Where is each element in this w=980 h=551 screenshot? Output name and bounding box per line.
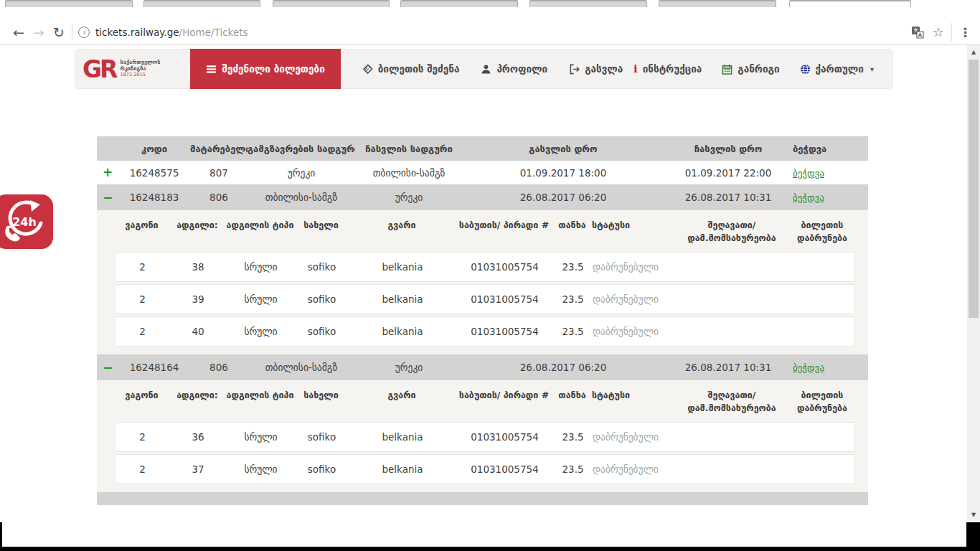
scroll-down-icon[interactable]: ▼ — [967, 509, 980, 521]
amount: 23.5 — [553, 326, 593, 337]
nav-label: განრიგი — [738, 63, 779, 75]
address-bar[interactable]: tickets.railway.ge/Home/Tickets — [95, 27, 248, 38]
col-discount: შეღავათი/ დამ.მომსახურეობა — [674, 389, 789, 415]
seat-type: სრული — [227, 261, 295, 273]
tickets-table-header: კოდი მატარებელი გამგზავრების სადგური ჩას… — [97, 136, 868, 161]
browser-tab[interactable] — [273, 0, 390, 7]
col-print: ბეჭდვა — [793, 143, 868, 154]
browser-tab-active[interactable] — [789, 0, 911, 7]
document-number: 01031005754 — [456, 261, 553, 273]
logout-icon — [569, 64, 580, 75]
url-host: tickets.railway.ge — [95, 27, 179, 38]
nav-schedule[interactable]: განრიგი — [722, 63, 779, 75]
nav-logout[interactable]: გასვლა — [569, 63, 623, 75]
nav-language[interactable]: ქართული ▾ — [800, 63, 874, 75]
toolbar-divider — [72, 24, 72, 40]
browser-tab-strip — [0, 0, 980, 19]
col-discount: შეღავათი/ დამ.მომსახურეობა — [674, 219, 789, 245]
seat-type: სრული — [227, 293, 295, 305]
scroll-up-icon[interactable]: ▲ — [967, 47, 980, 58]
nav-buy-ticket[interactable]: ბილეთის შეძენა — [362, 63, 460, 75]
print-link[interactable]: ბეჭდვა — [793, 362, 824, 373]
window-edge-right — [966, 522, 980, 551]
passenger-surname: belkania — [349, 261, 456, 273]
browser-tab[interactable] — [143, 0, 260, 7]
print-link[interactable]: ბეჭდვა — [793, 192, 824, 203]
ticket-departure: 26.08.2017 06:20 — [463, 362, 664, 373]
vertical-scrollbar[interactable]: ▲ ▼ — [967, 45, 980, 522]
seat-wagon: 2 — [116, 293, 169, 305]
seat-wagon: 2 — [116, 261, 169, 273]
document-number: 01031005754 — [456, 431, 553, 443]
document-number: 01031005754 — [456, 326, 553, 337]
nav-label: ქართული — [816, 63, 864, 75]
railway-logo[interactable]: GR საქართველოს რკინიგზა 1872-2015 — [83, 57, 160, 81]
col-refund: ბილეთის დაბრუნება — [789, 219, 855, 245]
nav-purchased-tickets[interactable]: შეძენილი ბილეთები — [190, 49, 340, 89]
browser-tab[interactable] — [529, 0, 647, 7]
collapse-icon[interactable]: − — [103, 192, 113, 204]
scrollbar-thumb[interactable] — [969, 60, 979, 318]
col-wagon: ვაგონი — [115, 219, 169, 232]
passenger-name: sofiko — [295, 463, 349, 475]
translate-icon[interactable] — [911, 26, 924, 39]
nav-label: გასვლა — [585, 63, 623, 75]
ticket-to: თბილისი-სამგზ — [355, 167, 463, 179]
seat-type: სრული — [227, 326, 295, 337]
nav-instruction[interactable]: i ინსტრუქცია — [633, 62, 702, 75]
seat-table-header: ვაგონი ადგილი: ადგილის ტიპი სახელი გვარი… — [115, 389, 855, 422]
col-status: სტატუსი — [592, 389, 674, 402]
browser-tab[interactable] — [400, 0, 518, 7]
ticket-icon — [362, 64, 373, 75]
refresh-icon[interactable]: ↻ — [49, 24, 69, 40]
ticket-to: ურეკი — [355, 192, 463, 203]
col-train: მატარებელი — [190, 143, 248, 154]
window-edge-left — [0, 522, 2, 547]
col-seat: ადგილი: — [169, 219, 226, 232]
col-refund: ბილეთის დაბრუნება — [789, 389, 855, 415]
collapse-icon[interactable]: − — [103, 362, 113, 374]
browser-tab[interactable] — [659, 0, 776, 7]
forward-icon[interactable]: → — [29, 24, 49, 40]
seat-number: 40 — [169, 326, 227, 337]
amount: 23.5 — [553, 431, 593, 443]
bookmark-star-icon[interactable]: ☆ — [933, 24, 944, 39]
ticket-code: 16248183 — [118, 192, 190, 203]
back-icon[interactable]: ← — [9, 24, 29, 40]
seat-row: 2 37 სრული sofiko belkania 01031005754 2… — [115, 454, 855, 484]
col-seat: ადგილი: — [169, 389, 226, 402]
seat-table-header: ვაგონი ადგილი: ადგილის ტიპი სახელი გვარი… — [115, 219, 855, 252]
seat-wagon: 2 — [116, 431, 169, 443]
ticket-departure: 26.08.2017 06:20 — [463, 192, 664, 203]
ticket-row-expanded: − 16248183 806 თბილისი-სამგზ ურეკი 26.08… — [97, 184, 868, 210]
ticket-code: 16248575 — [118, 167, 190, 179]
info-icon: i — [633, 62, 638, 75]
logo-years: 1872-2015 — [121, 72, 161, 77]
col-surname: გვარი — [348, 219, 456, 232]
print-link[interactable]: ბეჭდვა — [793, 168, 824, 179]
nav-label: შეძენილი ბილეთები — [222, 63, 324, 75]
calendar-icon — [722, 64, 732, 75]
page-info-icon[interactable]: i — [78, 27, 90, 38]
passenger-name: sofiko — [295, 431, 349, 443]
status-label: დაბრუნებული — [593, 463, 675, 475]
browser-menu-icon[interactable]: ⋮ — [959, 25, 971, 39]
col-name: სახელი — [294, 219, 348, 232]
browser-toolbar: ← → ↻ i tickets.railway.ge/Home/Tickets … — [0, 19, 980, 45]
seat-row: 2 36 სრული sofiko belkania 01031005754 2… — [115, 422, 855, 452]
ticket-arrival: 01.09.2017 22:00 — [664, 167, 793, 179]
browser-tab[interactable] — [5, 0, 133, 7]
ticket-train: 806 — [190, 192, 248, 203]
col-amount: თანხა — [552, 219, 592, 232]
ticket-arrival: 26.08.2017 10:31 — [664, 362, 793, 373]
ticket-from: თბილისი-სამგზ — [248, 192, 355, 203]
seat-type: სრული — [227, 463, 295, 475]
col-document: საბუთის/ პირადი # — [456, 389, 552, 402]
amount: 23.5 — [553, 261, 593, 273]
expand-icon[interactable]: + — [103, 166, 113, 179]
support-24h-badge[interactable]: 24h — [0, 194, 53, 249]
seat-row: 2 40 სრული sofiko belkania 01031005754 2… — [115, 316, 855, 347]
nav-profile[interactable]: პროფილი — [481, 63, 547, 75]
app-header: GR საქართველოს რკინიგზა 1872-2015 შეძენი… — [75, 49, 893, 89]
chevron-down-icon: ▾ — [870, 65, 874, 73]
